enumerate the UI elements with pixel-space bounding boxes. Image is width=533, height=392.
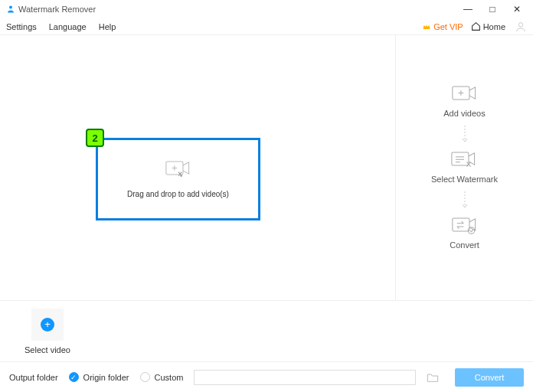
home-button[interactable]: Home xyxy=(471,21,505,31)
radio-selected-icon xyxy=(69,372,79,382)
radio-unselected-icon xyxy=(140,372,150,382)
step-arrow-icon xyxy=(462,191,468,210)
step-select-label: Select Watermark xyxy=(431,175,498,184)
step-add-videos[interactable]: Add videos xyxy=(443,86,485,118)
output-path-input[interactable] xyxy=(194,370,416,385)
svg-rect-14 xyxy=(452,218,469,231)
footer: Output folder Origin folder Custom Conve… xyxy=(0,361,533,392)
custom-folder-radio[interactable]: Custom xyxy=(140,372,184,382)
output-folder-label: Output folder xyxy=(9,373,58,382)
window-controls: — □ ✕ xyxy=(463,4,522,15)
step-select-watermark[interactable]: Select Watermark xyxy=(431,152,498,184)
plus-icon: + xyxy=(41,318,54,332)
select-video-tile[interactable]: + Select video xyxy=(25,309,70,354)
tutorial-callout-badge: 2 xyxy=(86,129,104,147)
svg-point-1 xyxy=(518,22,522,26)
user-avatar-icon[interactable] xyxy=(515,21,527,33)
callout-number: 2 xyxy=(92,132,97,144)
steps-sidebar: Add videos Select Watermark Conver xyxy=(395,35,533,300)
home-icon xyxy=(471,21,481,31)
select-video-label: Select video xyxy=(25,345,70,354)
add-video-icon xyxy=(165,161,191,179)
origin-folder-label: Origin folder xyxy=(83,373,129,382)
custom-folder-label: Custom xyxy=(155,373,184,382)
menu-settings[interactable]: Settings xyxy=(6,22,37,31)
main-area: Drag and drop to add video(s) 2 Add vide… xyxy=(0,35,533,300)
menu-language[interactable]: Language xyxy=(49,22,87,31)
app-icon xyxy=(6,5,15,14)
svg-point-0 xyxy=(9,6,12,9)
svg-rect-9 xyxy=(452,152,469,165)
minimize-icon[interactable]: — xyxy=(463,4,473,15)
titlebar: Watermark Remover — □ ✕ xyxy=(0,0,533,18)
add-video-dropzone[interactable]: Drag and drop to add video(s) xyxy=(96,138,260,220)
app-title: Watermark Remover xyxy=(18,5,463,14)
convert-button-label: Convert xyxy=(475,373,505,382)
crown-icon xyxy=(422,22,431,31)
maximize-icon[interactable]: □ xyxy=(487,4,498,15)
origin-folder-radio[interactable]: Origin folder xyxy=(69,372,129,382)
menu-help[interactable]: Help xyxy=(99,22,116,31)
bottom-strip: + Select video xyxy=(0,300,533,361)
home-label: Home xyxy=(483,22,505,31)
step-arrow-icon xyxy=(462,126,468,144)
browse-folder-icon[interactable] xyxy=(427,372,439,383)
menubar: Settings Language Help Get VIP Home xyxy=(0,18,533,35)
dropzone-text: Drag and drop to add video(s) xyxy=(127,190,229,198)
drop-area-container: Drag and drop to add video(s) 2 xyxy=(0,35,395,300)
step-add-label: Add videos xyxy=(443,109,485,118)
convert-button[interactable]: Convert xyxy=(455,368,524,387)
get-vip-button[interactable]: Get VIP xyxy=(422,22,463,31)
get-vip-label: Get VIP xyxy=(433,22,463,31)
step-convert[interactable]: Convert xyxy=(450,217,479,250)
close-icon[interactable]: ✕ xyxy=(512,4,522,15)
step-convert-label: Convert xyxy=(450,240,479,250)
